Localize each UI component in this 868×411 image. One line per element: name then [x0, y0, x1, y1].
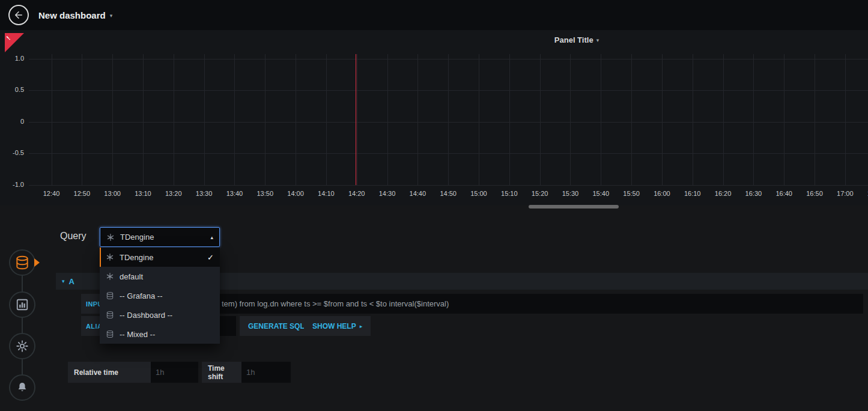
chevron-up-icon: ▴	[210, 234, 213, 240]
datasource-option[interactable]: default	[100, 267, 220, 286]
x-axis-tick-label: 16:40	[771, 190, 797, 197]
back-button[interactable]	[8, 5, 29, 25]
datasource-option[interactable]: -- Mixed --	[100, 324, 220, 344]
arrow-left-icon	[13, 10, 24, 20]
x-axis-tick-label: 13:50	[252, 190, 278, 197]
grid-vline	[693, 54, 693, 185]
panel-title[interactable]: Panel Title ▾	[529, 35, 625, 44]
time-shift-input[interactable]	[241, 362, 291, 383]
datasource-select-value: TDengine	[120, 233, 154, 242]
grafana-panel-editor: New dashboard ▾ ! Panel Title ▾ 1.00.50-…	[0, 0, 868, 411]
x-axis-tick-label: 15:00	[466, 190, 492, 197]
grid-vline	[784, 54, 785, 185]
database-icon	[106, 311, 114, 319]
x-axis-tick-label: 13:40	[221, 190, 247, 197]
grid-vline	[448, 54, 449, 185]
annotation-vline	[356, 54, 356, 185]
grid-vline	[204, 54, 205, 185]
datasource-option-label: default	[120, 272, 143, 281]
relative-time-label: Relative time	[68, 362, 151, 383]
y-axis-tick-label: -0.5	[0, 149, 24, 156]
exclamation-icon: !	[5, 34, 11, 41]
grid-vline	[326, 54, 327, 185]
x-axis-tick-label: 14:30	[374, 190, 401, 197]
grid-vline	[357, 54, 357, 185]
generate-sql-label: GENERATE SQL	[248, 322, 305, 330]
dashboard-title[interactable]: New dashboard ▾	[38, 10, 112, 20]
x-axis-tick-label: 12:40	[38, 190, 65, 197]
datasource-option-label: TDengine	[120, 253, 153, 262]
gear-icon	[16, 339, 29, 353]
active-tab-caret-icon	[34, 258, 40, 267]
y-axis-tick-label: 1.0	[0, 55, 24, 62]
datasource-option[interactable]: -- Dashboard --	[100, 305, 220, 324]
database-icon	[106, 291, 114, 300]
graph-panel: ! Panel Title ▾ 1.00.50-0.5-1.012:4012:5…	[0, 30, 868, 206]
x-axis-tick-label: 15:10	[496, 190, 523, 197]
horizontal-scrollbar-thumb[interactable]	[529, 205, 619, 209]
x-axis-tick-label: 15:30	[557, 190, 583, 197]
x-axis-tick-label: 16:00	[649, 190, 675, 197]
queries-tab[interactable]	[9, 249, 35, 276]
plugin-icon	[106, 233, 115, 242]
plugin-icon	[106, 253, 114, 261]
relative-time-input[interactable]	[151, 362, 198, 383]
x-axis-tick-label: 15:50	[618, 190, 645, 197]
grid-vline	[52, 54, 52, 185]
grid-vline	[631, 54, 632, 185]
dashboard-title-text: New dashboard	[38, 10, 106, 20]
time-shift-label: Time shift	[202, 362, 241, 383]
datasource-select[interactable]: TDengine ▴	[100, 227, 220, 247]
grid-vline	[479, 54, 479, 185]
general-tab[interactable]	[9, 333, 35, 359]
database-icon	[106, 330, 114, 338]
show-help-label: SHOW HELP	[312, 322, 356, 330]
sql-input[interactable]: tem) from log.dn where ts >= $from and t…	[124, 294, 863, 314]
datasource-option[interactable]: TDengine✓	[100, 248, 220, 267]
y-axis-tick-label: 0.5	[0, 86, 24, 93]
x-axis-tick-label: 13:30	[191, 190, 217, 197]
grid-vline	[387, 54, 388, 185]
x-axis-tick-label: 16:20	[710, 190, 736, 197]
panel-error-icon[interactable]: !	[5, 33, 24, 52]
sql-input-value: tem) from log.dn where ts >= $from and t…	[222, 299, 449, 308]
query-section-label: Query	[60, 231, 86, 242]
x-axis-tick-label: 13:00	[99, 190, 126, 197]
datasource-option[interactable]: -- Grafana --	[100, 286, 220, 305]
x-axis-tick-label: 14:40	[404, 190, 431, 197]
x-axis-tick-label: 17:00	[832, 190, 858, 197]
datasource-dropdown-menu: TDengine✓default-- Grafana ---- Dashboar…	[100, 248, 220, 344]
grid-vline	[815, 54, 815, 185]
chevron-down-icon: ▾	[596, 37, 599, 43]
y-axis-tick-label: -1.0	[0, 181, 24, 188]
chevron-right-icon: ▸	[360, 323, 363, 329]
grid-vline	[601, 54, 601, 185]
x-axis-tick-label: 16:50	[801, 190, 828, 197]
chevron-down-icon: ▾	[62, 278, 65, 284]
x-axis-tick-label: 14:10	[313, 190, 339, 197]
grid-vline	[540, 54, 541, 185]
bell-icon	[16, 381, 29, 394]
x-axis-tick-label: 15:20	[527, 190, 553, 197]
check-icon: ✓	[207, 253, 214, 262]
x-axis-tick-label: 16:30	[740, 190, 766, 197]
grid-vline	[82, 54, 82, 185]
datasource-option-label: -- Mixed --	[120, 330, 155, 339]
alert-tab[interactable]	[9, 374, 35, 401]
plugin-icon	[106, 272, 114, 281]
database-icon	[14, 255, 30, 270]
x-axis-tick-label: 14:50	[435, 190, 461, 197]
grid-vline	[143, 54, 144, 185]
y-axis-tick-label: 0	[0, 118, 24, 125]
grid-vline	[509, 54, 510, 185]
grid-vline	[112, 54, 113, 185]
grid-vline	[234, 54, 235, 185]
datasource-option-label: -- Dashboard --	[120, 311, 172, 320]
time-series-chart[interactable]: 1.00.50-0.5-1.012:4012:5013:0013:1013:20…	[0, 53, 868, 204]
x-axis-tick-label: 12:50	[68, 190, 95, 197]
panel-title-text: Panel Title	[554, 35, 593, 44]
chart-icon	[16, 298, 29, 311]
visualization-tab[interactable]	[9, 291, 35, 318]
show-help-button[interactable]: SHOW HELP ▸	[304, 316, 371, 336]
query-row-letter: A	[69, 277, 74, 286]
